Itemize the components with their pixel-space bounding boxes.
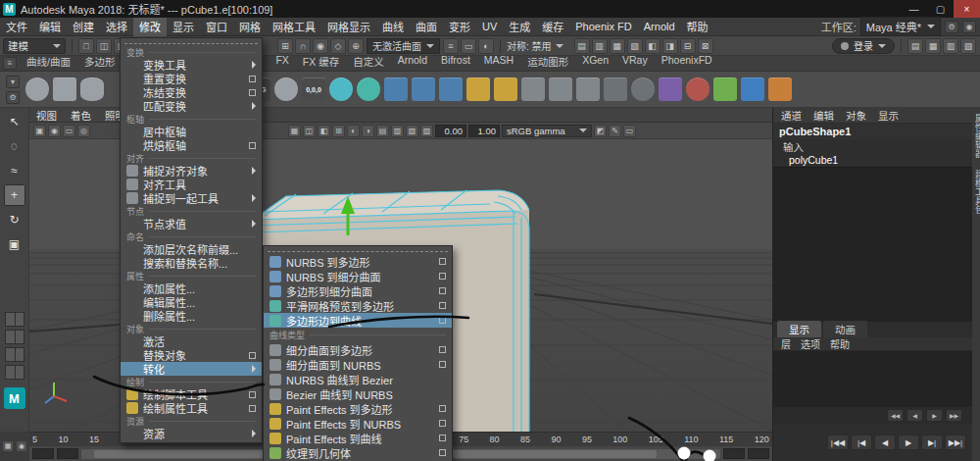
menu-tearoff-handle[interactable] — [124, 39, 258, 44]
shelf-tab[interactable]: 多边形 — [77, 54, 122, 71]
menubar-item[interactable]: 曲线 — [376, 18, 410, 36]
wireframe-on-shaded-icon[interactable]: ▦ — [610, 38, 625, 54]
menu-item[interactable]: 捕捉对齐对象 — [121, 164, 262, 178]
menubar-item[interactable]: 创建 — [67, 18, 100, 36]
menu-item[interactable]: 资源 — [121, 427, 262, 440]
playback-start-field[interactable] — [57, 448, 78, 459]
menubar-item[interactable]: 修改 — [133, 18, 167, 36]
layer-list[interactable] — [773, 351, 972, 407]
channel-box-input-node[interactable]: polyCube1 — [773, 153, 972, 167]
layout-persp-outliner-button[interactable] — [5, 347, 24, 362]
menubar-item[interactable]: Arnold — [638, 18, 681, 36]
channel-box-menu-item[interactable]: 显示 — [878, 108, 899, 123]
anim-end-field[interactable] — [748, 448, 769, 459]
snap-to-point-icon[interactable]: ◉ — [313, 38, 328, 54]
menu-item[interactable]: 居中枢轴 — [121, 125, 262, 138]
shelf-tab[interactable]: VRay — [615, 54, 655, 71]
option-box[interactable] — [249, 142, 256, 149]
anim-start-field[interactable] — [32, 448, 54, 459]
snap-to-plane-icon[interactable]: ◇ — [330, 38, 346, 54]
tool-settings-toggle-icon[interactable]: ▦ — [925, 38, 941, 54]
submenu-item[interactable]: 细分曲面到多边形 — [264, 342, 452, 357]
select-camera-icon[interactable]: ▣ — [33, 125, 46, 137]
step-back-frame-button[interactable]: ◀ — [874, 435, 896, 450]
submenu-item[interactable]: 多边形边到曲线 — [264, 313, 452, 328]
shelf-boolean-union-icon[interactable] — [384, 77, 408, 101]
side-panel-tab[interactable]: 建模工具包 — [973, 164, 980, 220]
submenu-item[interactable]: Paint Effects 到曲线 — [264, 431, 452, 445]
play-forward-button[interactable]: ▶ — [898, 435, 919, 450]
layer-prev-all-icon[interactable]: ◀◀ — [887, 409, 904, 422]
layer-next-icon[interactable]: ▶ — [926, 409, 943, 422]
menu-item[interactable]: 绘制属性工具 — [121, 401, 262, 415]
option-box[interactable] — [439, 258, 446, 265]
login-button[interactable]: 登录 — [832, 38, 895, 54]
layer-editor-tab[interactable]: 显示 — [777, 321, 821, 337]
menubar-item[interactable]: 编辑 — [33, 18, 67, 36]
shelf-menu-icon[interactable]: ≡ — [3, 57, 17, 70]
workspace-gear-icon[interactable]: ⚙ — [945, 21, 958, 33]
animation-preferences-icon[interactable]: ▦ — [2, 440, 14, 452]
menu-item[interactable]: 添加属性... — [121, 282, 262, 295]
shelf-gear-icon[interactable]: ⚙ — [6, 91, 20, 104]
shelf-tab[interactable]: FX 缓存 — [296, 54, 346, 71]
minimize-button[interactable]: — — [901, 0, 927, 18]
maya-home-icon[interactable]: M — [4, 387, 25, 409]
menu-item[interactable]: 变换 — [121, 46, 262, 58]
menu-item[interactable]: 编辑属性... — [121, 295, 262, 309]
shelf-sculpt-icon[interactable] — [686, 77, 710, 101]
viewport-menu-item[interactable]: 着色 — [64, 108, 98, 123]
menubar-item[interactable]: 变形 — [443, 18, 476, 36]
menu-item[interactable]: 冻结变换 — [121, 85, 262, 99]
option-box[interactable] — [439, 317, 446, 324]
layout-four-view-button[interactable] — [5, 330, 24, 344]
layout-hypershade-button[interactable] — [5, 365, 24, 380]
submenu-item[interactable]: Paint Effects 到多边形 — [264, 401, 452, 416]
layer-prev-icon[interactable]: ◀ — [906, 409, 923, 422]
object-x-ray-icon[interactable]: ▥ — [592, 38, 608, 54]
menu-item[interactable]: 资源 — [121, 415, 262, 427]
shelf-tab[interactable]: FX — [269, 54, 295, 71]
shelf-origin-locator-icon[interactable]: 0,0,0 — [302, 77, 325, 101]
shelf-boolean-intersect-icon[interactable] — [439, 77, 463, 101]
submenu-item[interactable]: Paint Effects 到 NURBS — [264, 416, 452, 431]
colorspace-dropdown[interactable]: sRGB gamma — [502, 125, 592, 137]
menu-item[interactable]: 重置变换 — [121, 72, 262, 85]
wireframe-icon[interactable]: ⊞ — [332, 125, 345, 137]
submenu-item[interactable]: NURBS 到细分曲面 — [264, 269, 452, 283]
option-box[interactable] — [249, 76, 256, 82]
workspace-toggle-icon[interactable]: ▧ — [960, 38, 976, 54]
go-to-start-button[interactable]: |◀◀ — [827, 435, 849, 450]
workspace-select[interactable]: Maya 经典* — [860, 17, 941, 36]
menubar-item[interactable]: UV — [476, 18, 503, 36]
menu-item[interactable]: 绘制脚本工具 — [121, 387, 262, 401]
grease-pencil-icon[interactable]: ✎ — [609, 125, 621, 137]
shelf-poly-cube-icon[interactable] — [53, 77, 76, 101]
make-live-icon[interactable]: ⊕ — [348, 38, 364, 54]
menubar-item[interactable]: 选择 — [100, 18, 133, 36]
menu-item[interactable]: 捕捉到一起工具 — [121, 191, 262, 205]
menubar-item[interactable]: 网格工具 — [267, 18, 321, 36]
shelf-tab[interactable]: 曲线/曲面 — [20, 54, 77, 71]
attribute-editor-toggle-icon[interactable]: ▤ — [907, 38, 923, 54]
shelf-phoenix-icon[interactable] — [768, 77, 792, 101]
open-render-view-icon[interactable]: ▭ — [461, 38, 476, 54]
menu-item[interactable]: 变换工具 — [121, 58, 262, 72]
go-to-end-button[interactable]: ▶▶| — [945, 435, 966, 450]
option-box[interactable] — [439, 449, 446, 456]
layer-editor-tab[interactable]: 动画 — [823, 321, 867, 337]
channel-box-node-name[interactable]: pCubeShape1 — [773, 124, 972, 139]
lighting-icon[interactable]: ▤ — [376, 125, 389, 137]
option-box[interactable] — [439, 287, 446, 294]
menu-item[interactable]: 替换对象 — [121, 348, 262, 362]
menu-item[interactable]: 搜索和替换名称... — [121, 256, 262, 270]
grid-toggle-icon[interactable]: ◨ — [662, 38, 678, 54]
menubar-item[interactable]: 帮助 — [681, 18, 714, 36]
shaded-icon[interactable]: ◐ — [347, 125, 360, 137]
menu-item[interactable]: 匹配变换 — [121, 99, 262, 113]
field-entry-icon[interactable]: ⊟ — [680, 38, 696, 54]
step-forward-key-button[interactable]: ▶| — [921, 435, 943, 450]
shelf-boolean-difference-icon[interactable] — [412, 77, 435, 101]
option-box[interactable] — [439, 435, 446, 441]
menu-item[interactable]: 激活 — [121, 334, 262, 348]
